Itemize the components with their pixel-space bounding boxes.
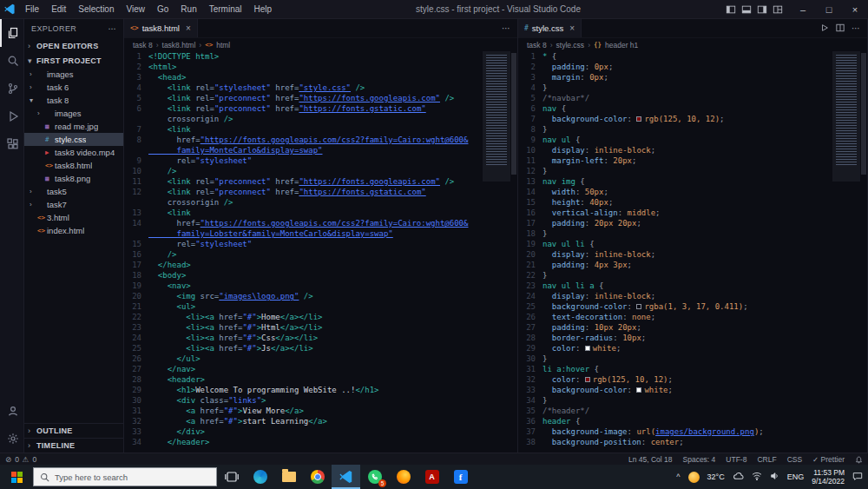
minimize-button[interactable]: – [790, 0, 816, 19]
whatsapp-icon[interactable]: 5 [360, 465, 389, 489]
code-line[interactable]: 24 display: inline-block; [518, 291, 832, 301]
chrome-icon[interactable] [303, 465, 332, 489]
action-center-icon[interactable] [852, 472, 863, 483]
code-line[interactable]: 30 <div class="links"> [124, 395, 483, 406]
code-line[interactable]: 7 background-color: rgb(125, 10, 12); [518, 114, 832, 124]
breadcrumb-symbol[interactable]: html [216, 41, 230, 50]
code-line[interactable]: 15 height: 40px; [518, 197, 832, 208]
code-line[interactable]: 12 <link rel="preconnect" href="https://… [124, 187, 483, 197]
explorer-more-button[interactable]: ⋯ [108, 24, 116, 33]
code-line[interactable]: 31 <a href="#">View More</a> [124, 406, 483, 416]
weather-sun-icon[interactable] [688, 472, 700, 483]
code-line[interactable]: 19 <nav> [124, 281, 483, 291]
code-line[interactable]: 12} [518, 166, 832, 176]
code-line[interactable]: 6nav { [518, 103, 832, 114]
breadcrumb-file[interactable]: task8.html [162, 41, 196, 50]
menu-selection[interactable]: Selection [72, 0, 120, 19]
code-line[interactable]: 26 text-decoration: none; [518, 312, 832, 322]
status-segment-3[interactable]: CRLF [757, 455, 776, 464]
more-actions-icon[interactable]: ⋯ [502, 23, 510, 33]
menu-view[interactable]: View [121, 0, 152, 19]
tree-item-task8-html[interactable]: <>task8.html [24, 159, 123, 172]
code-line[interactable]: 7 <link [124, 124, 483, 135]
code-line[interactable]: 11 <link rel="preconnect" href="https://… [124, 176, 483, 187]
project-header[interactable]: ▾FIRST PROJECT [24, 53, 123, 68]
code-line[interactable]: 34 </header> [124, 437, 483, 447]
source-control-icon[interactable] [0, 75, 23, 102]
breadcrumb-folder[interactable]: task 8 [527, 41, 547, 50]
code-line[interactable]: 5 <link rel="preconnect" href="https://f… [124, 93, 483, 103]
code-line[interactable]: family=Lobster&family=MonteCarlo&display… [124, 228, 483, 239]
tree-item-index-html[interactable]: <>index.html [24, 224, 123, 237]
tree-item-task7[interactable]: ›task7 [24, 198, 123, 211]
menu-file[interactable]: File [19, 0, 45, 19]
status-segment-4[interactable]: CSS [787, 455, 802, 464]
code-line[interactable]: 32 <a href="#">start Learning</a> [124, 416, 483, 426]
split-editor-icon[interactable] [836, 23, 845, 34]
close-button[interactable]: × [842, 0, 868, 19]
breadcrumb-folder[interactable]: task 8 [133, 41, 153, 50]
code-line[interactable]: 36header { [518, 416, 832, 426]
tab-task8-html[interactable]: <> task8.html × [124, 19, 198, 37]
file-explorer-icon[interactable] [274, 465, 303, 489]
customize-layout-icon[interactable] [773, 4, 783, 15]
code-line[interactable]: 2 padding: 0px; [518, 62, 832, 72]
toggle-panel-icon[interactable] [741, 4, 752, 15]
code-line[interactable]: 33 background-color: white; [518, 385, 832, 395]
tree-item-style-css[interactable]: #style.css [24, 133, 123, 146]
code-line[interactable]: 8} [518, 124, 832, 135]
code-line[interactable]: 28 border-radius: 10px; [518, 333, 832, 343]
code-line[interactable]: 29 <h1>Welcome To programming WebSite ..… [124, 385, 483, 395]
tree-item-task-6[interactable]: ›task 6 [24, 81, 123, 94]
code-line[interactable]: 31li a:hover { [518, 364, 832, 374]
code-line[interactable]: 15 rel="stylesheet" [124, 239, 483, 249]
code-line[interactable]: 3 margin: 0px; [518, 72, 832, 83]
code-line[interactable]: 8 href="https://fonts.googleapis.com/css… [124, 135, 483, 145]
code-line[interactable]: 21 <ul> [124, 301, 483, 312]
tree-item-task-8[interactable]: ▾task 8 [24, 94, 123, 107]
status-prettier[interactable]: ✓ Prettier [812, 455, 845, 464]
code-line[interactable]: 32 color: rgb(125, 10, 12); [518, 374, 832, 385]
code-line[interactable]: 26 </ul> [124, 354, 483, 364]
code-line[interactable]: 18} [518, 228, 832, 239]
code-line[interactable]: 6 <link rel="preconnect" href="https://f… [124, 103, 483, 114]
code-line[interactable]: crossorigin /> [124, 114, 483, 124]
code-line[interactable]: 11 margin-left: 20px; [518, 155, 832, 166]
code-line[interactable]: family=MonteCarlo&display=swap" [124, 145, 483, 155]
menu-terminal[interactable]: Terminal [203, 0, 248, 19]
code-line[interactable]: 28 <header> [124, 374, 483, 385]
scrollbar[interactable] [510, 51, 517, 453]
tree-item-task8-png[interactable]: ▦task8.png [24, 172, 123, 185]
account-icon[interactable] [0, 397, 23, 425]
onedrive-cloud-icon[interactable] [733, 472, 744, 482]
tree-item-images[interactable]: ›images [24, 107, 123, 120]
breadcrumb-symbol[interactable]: header h1 [605, 41, 638, 50]
code-line[interactable]: 17 </head> [124, 260, 483, 270]
volume-icon[interactable] [770, 472, 779, 482]
maximize-button[interactable]: □ [816, 0, 842, 19]
notifications-bell-icon[interactable] [855, 454, 863, 463]
task-view-button[interactable] [217, 465, 246, 489]
toggle-secondary-sidebar-icon[interactable] [757, 4, 767, 15]
settings-gear-icon[interactable] [0, 425, 23, 453]
tree-item-images[interactable]: ›images [24, 68, 123, 81]
run-debug-icon[interactable] [0, 102, 23, 130]
status-segment-0[interactable]: Ln 45, Col 18 [628, 455, 673, 464]
code-line[interactable]: 29 color: white; [518, 343, 832, 354]
code-line[interactable]: 13 <link [124, 208, 483, 218]
menu-run[interactable]: Run [174, 0, 202, 19]
temperature-label[interactable]: 32°C [707, 472, 725, 481]
language-indicator[interactable]: ENG [787, 472, 805, 481]
breadcrumb-file[interactable]: style.css [556, 41, 585, 50]
code-line[interactable]: crossorigin /> [124, 197, 483, 208]
code-editor-css[interactable]: 1* {2 padding: 0px;3 margin: 0px;4}5/*na… [518, 51, 867, 453]
minimap[interactable] [483, 51, 510, 453]
menu-help[interactable]: Help [248, 0, 279, 19]
code-line[interactable]: 1* { [518, 51, 832, 62]
code-line[interactable]: 38 background-position: center; [518, 437, 832, 447]
tree-item-task5[interactable]: ›task5 [24, 185, 123, 198]
more-actions-icon[interactable]: ⋯ [852, 23, 860, 33]
code-line[interactable]: 5/*navbar*/ [518, 93, 832, 103]
code-line[interactable]: 23nav ul li a { [518, 281, 832, 291]
code-editor-html[interactable]: 1<!DOCTYPE html>2<html>3 <head>4 <link r… [124, 51, 517, 453]
